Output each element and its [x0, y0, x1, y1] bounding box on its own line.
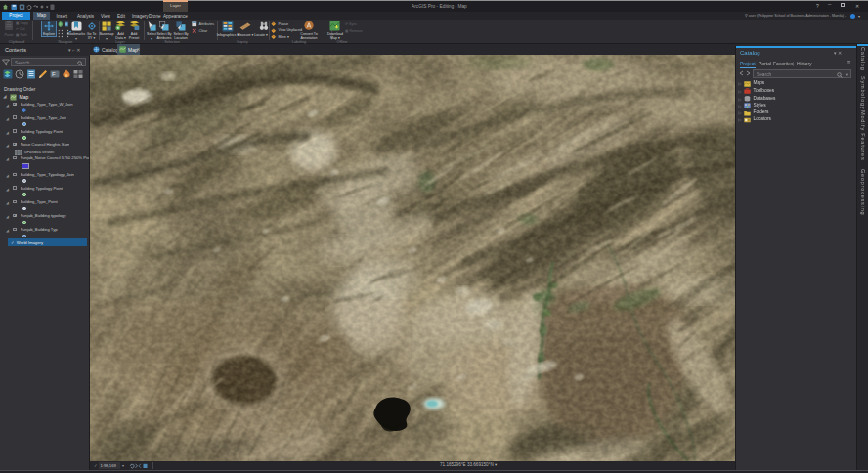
svg-text:F: F [52, 71, 56, 77]
